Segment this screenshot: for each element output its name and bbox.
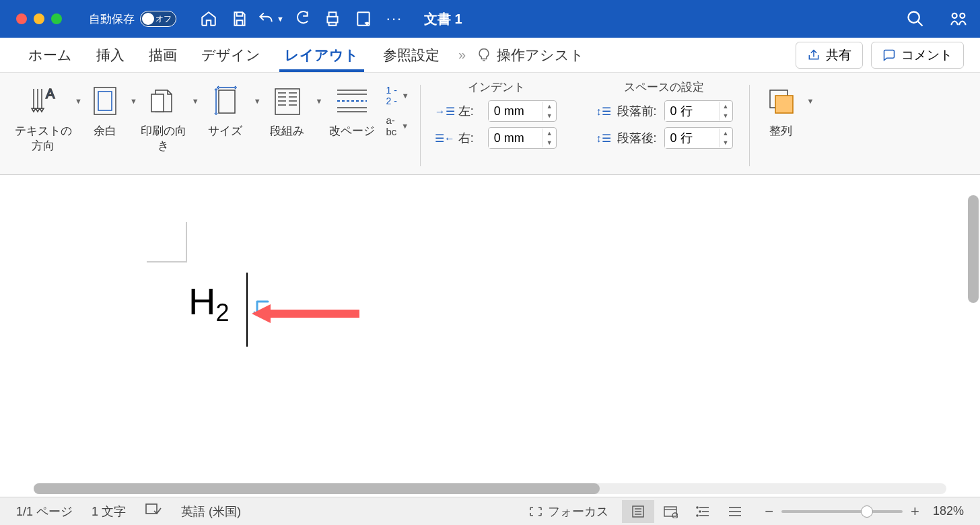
word-count[interactable]: 1 文字 (92, 503, 126, 520)
indent-left-value[interactable] (489, 102, 542, 121)
web-layout-view[interactable] (654, 500, 687, 523)
document-area[interactable]: H2 (0, 175, 980, 497)
indent-group-title: インデント (437, 79, 557, 95)
spellcheck-icon[interactable] (145, 503, 162, 520)
minimize-window-button[interactable] (34, 13, 44, 24)
arrange-button[interactable]: 整列 (757, 79, 805, 139)
ribbon-tabs: ホーム 挿入 描画 デザイン レイアウト 参照設定 » 操作アシスト 共有 コメ… (0, 38, 980, 73)
arrange-label: 整列 (769, 124, 792, 139)
text-direction-button[interactable]: A テキストの方向 (13, 79, 73, 153)
size-icon (207, 82, 244, 120)
more-icon[interactable]: ··· (381, 5, 408, 32)
space-before-label: 段落前: (617, 103, 659, 119)
columns-label: 段組み (270, 124, 304, 139)
close-window-button[interactable] (16, 13, 27, 24)
chevron-down-icon[interactable]: ▼ (75, 97, 82, 105)
breaks-label: 改ページ (329, 124, 375, 139)
tab-insert[interactable]: 挿入 (84, 38, 137, 72)
zoom-slider[interactable]: − + (765, 503, 919, 520)
spacing-group: スペースの設定 ↕☰ 段落前: ▲▼ ↕☰ 段落後: ▲▼ (586, 79, 742, 172)
template-icon[interactable] (350, 5, 377, 32)
save-icon[interactable] (226, 5, 253, 32)
chevron-down-icon[interactable]: ▼ (316, 97, 323, 105)
columns-button[interactable]: 段組み (261, 79, 314, 139)
focus-label: フォーカス (548, 503, 608, 520)
zoom-thumb[interactable] (861, 505, 873, 518)
focus-mode-button[interactable]: フォーカス (529, 503, 608, 520)
svg-point-39 (699, 511, 701, 512)
comment-label: コメント (901, 46, 952, 64)
vertical-scrollbar[interactable] (968, 195, 979, 303)
indent-left-input[interactable]: ▲▼ (488, 100, 557, 122)
tab-draw[interactable]: 描画 (137, 38, 189, 72)
autosave-toggle[interactable]: 自動保存 オフ (89, 11, 176, 27)
space-after-input[interactable]: ▲▼ (664, 127, 733, 149)
space-before-value[interactable] (665, 102, 719, 121)
home-icon[interactable] (195, 5, 222, 32)
spinner-buttons[interactable]: ▲▼ (719, 102, 732, 120)
draft-view[interactable] (719, 500, 751, 523)
indent-right-icon: ☰← (437, 132, 453, 145)
comment-button[interactable]: コメント (871, 42, 964, 69)
tab-layout[interactable]: レイアウト (273, 38, 371, 72)
tab-home[interactable]: ホーム (16, 38, 84, 72)
redo-icon[interactable] (288, 5, 315, 32)
ribbon-options-icon[interactable] (945, 5, 972, 32)
document-text[interactable]: H2 (188, 279, 229, 323)
spinner-buttons[interactable]: ▲▼ (542, 129, 556, 147)
horizontal-scrollbar[interactable] (34, 483, 946, 494)
chevron-down-icon[interactable]: ▼ (807, 97, 814, 105)
hyphenation-button[interactable]: a- bc ▼ (382, 112, 413, 140)
outline-view[interactable] (687, 500, 719, 523)
margin-crop-mark (147, 222, 187, 262)
chevron-down-icon: ▼ (402, 92, 409, 100)
print-layout-view[interactable] (622, 500, 654, 523)
text-subscript: 2 (215, 299, 229, 327)
text-cursor (246, 273, 248, 347)
line-numbers-button[interactable]: 1 - 2 - ▼ (382, 82, 413, 109)
indent-right-value[interactable] (489, 129, 542, 148)
zoom-level[interactable]: 182% (933, 504, 964, 518)
tell-me-search[interactable]: 操作アシスト (477, 46, 584, 65)
text-direction-label: テキストの方向 (13, 124, 73, 153)
chevron-down-icon[interactable]: ▼ (130, 97, 137, 105)
zoom-in-button[interactable]: + (911, 503, 919, 520)
tabs-overflow-icon[interactable]: » (458, 47, 466, 63)
spinner-buttons[interactable]: ▲▼ (542, 102, 556, 120)
space-before-input[interactable]: ▲▼ (664, 100, 733, 122)
maximize-window-button[interactable] (51, 13, 62, 24)
size-button[interactable]: サイズ (199, 79, 252, 139)
document-title: 文書 1 (424, 10, 462, 28)
undo-icon[interactable]: ▼ (257, 5, 284, 32)
print-icon[interactable] (319, 5, 346, 32)
autosave-switch[interactable]: オフ (140, 11, 176, 27)
spacing-group-title: スペースの設定 (596, 79, 733, 95)
svg-point-3 (909, 12, 919, 23)
space-after-label: 段落後: (617, 130, 659, 146)
quick-access-toolbar: ▼ ··· (195, 5, 408, 32)
tab-references[interactable]: 参照設定 (371, 38, 452, 72)
chevron-down-icon[interactable]: ▼ (254, 97, 261, 105)
share-button[interactable]: 共有 (796, 42, 863, 69)
margins-button[interactable]: 余白 (82, 79, 128, 139)
autosave-label: 自動保存 (89, 11, 135, 27)
indent-right-input[interactable]: ▲▼ (488, 127, 557, 149)
titlebar: 自動保存 オフ ▼ ··· 文書 1 (0, 0, 980, 38)
zoom-out-button[interactable]: − (765, 503, 773, 520)
spinner-buttons[interactable]: ▲▼ (719, 129, 732, 147)
breaks-button[interactable]: 改ページ (322, 79, 382, 139)
zoom-track[interactable] (781, 510, 903, 513)
horizontal-scrollbar-thumb[interactable] (34, 483, 600, 494)
page-count[interactable]: 1/1 ページ (16, 503, 73, 520)
search-icon[interactable] (902, 5, 929, 32)
space-after-value[interactable] (665, 129, 719, 148)
margins-label: 余白 (94, 124, 116, 139)
chevron-down-icon[interactable]: ▼ (192, 97, 199, 105)
annotation-arrow (252, 303, 366, 330)
orientation-button[interactable]: 印刷の向き (137, 79, 190, 153)
size-label: サイズ (208, 124, 242, 139)
tab-design[interactable]: デザイン (189, 38, 273, 72)
language-status[interactable]: 英語 (米国) (181, 503, 241, 520)
lightbulb-icon (477, 48, 491, 63)
arrange-icon (762, 82, 800, 120)
